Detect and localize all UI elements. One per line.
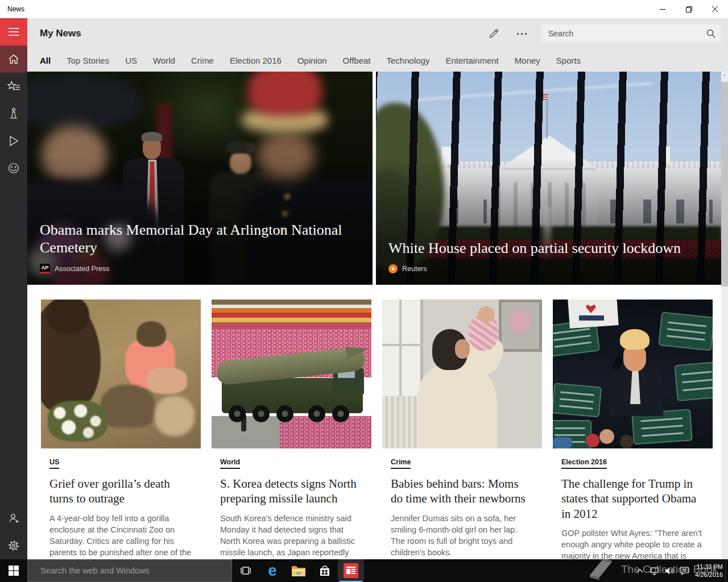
tab-us[interactable]: US (125, 56, 137, 65)
tab-sports[interactable]: Sports (556, 56, 581, 65)
card-title[interactable]: S. Korea detects signs North preparing m… (220, 476, 362, 506)
tab-entertainment[interactable]: Entertainment (445, 56, 498, 65)
task-view-button[interactable] (232, 559, 259, 582)
card-summary: South Korea's defence ministry said Mond… (220, 513, 362, 560)
card-category[interactable]: World (220, 458, 240, 469)
hero-title[interactable]: White House placed on partial security l… (388, 239, 696, 257)
card-title[interactable]: The challenge for Trump in states that s… (561, 476, 704, 521)
article-photo-missile (212, 300, 371, 448)
sidebar-item-local[interactable] (0, 100, 27, 127)
tab-technology[interactable]: Technology (387, 56, 430, 65)
screen: News (0, 0, 728, 582)
start-button[interactable] (0, 559, 27, 582)
ap-logo: AP (40, 264, 50, 273)
sidebar-item-offbeat[interactable] (0, 155, 27, 182)
page-title: My News (40, 28, 81, 39)
book-icon (585, 556, 617, 582)
file-explorer-icon (291, 564, 306, 577)
hero-title[interactable]: Obama marks Memorial Day at Arlington Na… (40, 221, 347, 257)
window-controls (650, 0, 728, 18)
task-view-icon (240, 566, 251, 576)
close-button[interactable] (702, 0, 728, 18)
article-card-trump[interactable]: Election 2016 The challenge for Trump in… (553, 300, 713, 559)
window-title: News (7, 5, 24, 13)
tab-election-2016[interactable]: Election 2016 (230, 56, 282, 65)
speaker-icon (665, 567, 675, 575)
article-photo-gorilla (41, 300, 201, 448)
card-category[interactable]: Crime (391, 458, 411, 469)
store-icon (318, 564, 332, 577)
card-summary: Jennifer Dumas sits on a sofa, her smili… (391, 513, 533, 558)
card-title[interactable]: Babies behind bars: Moms do time with th… (391, 476, 533, 506)
card-category[interactable]: US (49, 458, 59, 469)
reuters-logo (388, 264, 398, 273)
search-icon[interactable] (706, 28, 716, 39)
hero-article-obama[interactable]: Obama marks Memorial Day at Arlington Na… (27, 72, 373, 285)
scroll-up-arrow[interactable]: ⌃ (722, 73, 727, 80)
sidebar-item-videos[interactable] (0, 127, 27, 155)
settings-button[interactable] (0, 532, 27, 559)
minimize-button[interactable] (650, 0, 676, 18)
category-tabs: All Top Stories US World Crime Election … (27, 49, 728, 72)
sidebar-item-home[interactable] (0, 45, 27, 73)
tab-world[interactable]: World (153, 56, 175, 65)
card-category[interactable]: Election 2016 (561, 458, 607, 469)
page-header: My News (27, 18, 728, 49)
vertical-scrollbar[interactable]: ⌃ (721, 72, 728, 559)
hero-article-white-house[interactable]: White House placed on partial security l… (376, 72, 721, 285)
card-summary: GOP pollster Whit Ayres: "There aren't e… (561, 527, 704, 559)
tab-money[interactable]: Money (515, 56, 540, 65)
taskbar: e 11:33 PM (0, 559, 728, 582)
more-options-button[interactable] (517, 33, 527, 35)
restore-button[interactable] (676, 0, 702, 18)
sidebar-item-interests[interactable] (0, 73, 27, 100)
sidebar (0, 18, 27, 559)
windows-logo-icon (9, 566, 19, 576)
file-explorer-taskbar-button[interactable] (286, 559, 312, 582)
article-card-babies[interactable]: Crime Babies behind bars: Moms do time w… (382, 300, 542, 559)
card-row: US Grief over gorilla’s death turns to o… (27, 300, 728, 559)
taskbar-clock[interactable]: 11:33 PM 4/26/2016 (695, 563, 723, 579)
article-card-missile[interactable]: World S. Korea detects signs North prepa… (212, 300, 371, 559)
article-card-gorilla[interactable]: US Grief over gorilla’s death turns to o… (41, 300, 201, 559)
taskbar-search-box[interactable] (27, 559, 232, 582)
system-tray: 11:33 PM 4/26/2016 (632, 559, 728, 582)
hamburger-menu-button[interactable] (0, 18, 27, 45)
sign-in-button[interactable] (0, 505, 27, 532)
scrollbar-thumb[interactable] (721, 82, 728, 286)
title-bar: News (0, 0, 728, 18)
chevron-up-icon (636, 568, 643, 573)
gear-icon (7, 539, 20, 552)
store-taskbar-button[interactable] (312, 559, 338, 582)
card-title[interactable]: Grief over gorilla’s death turns to outr… (49, 476, 192, 506)
restore-icon (686, 6, 692, 13)
hero-source: Reuters (402, 265, 427, 273)
search-input[interactable] (541, 24, 721, 43)
news-app-taskbar-button[interactable] (338, 559, 364, 582)
hero-source: Associated Press (55, 265, 110, 273)
edge-taskbar-button[interactable]: e (259, 559, 286, 582)
tab-opinion[interactable]: Opinion (297, 56, 327, 65)
tray-volume-button[interactable] (662, 559, 677, 582)
sidebar-spacer (0, 182, 27, 505)
article-photo-trump (553, 300, 713, 448)
tab-crime[interactable]: Crime (191, 56, 214, 65)
clock-time: 11:33 PM (695, 563, 723, 571)
local-monument-icon (7, 107, 20, 120)
clock-date: 4/26/2016 (695, 571, 723, 579)
tray-network-button[interactable] (647, 559, 662, 582)
close-icon (712, 6, 718, 12)
search-box (541, 24, 721, 43)
tab-top-stories[interactable]: Top Stories (67, 56, 109, 65)
hamburger-icon (8, 27, 19, 36)
tab-all[interactable]: All (40, 56, 51, 65)
edit-sections-button[interactable] (484, 24, 503, 43)
show-desktop-button[interactable] (725, 559, 728, 582)
main-area: My News All Top Stories US Worl (27, 18, 728, 559)
star-list-icon (7, 80, 20, 93)
tab-offbeat[interactable]: Offbeat (343, 56, 371, 65)
action-center-icon (680, 566, 689, 575)
tray-chevron-button[interactable] (632, 559, 647, 582)
action-center-button[interactable] (677, 559, 692, 582)
taskbar-search-input[interactable] (28, 566, 231, 575)
